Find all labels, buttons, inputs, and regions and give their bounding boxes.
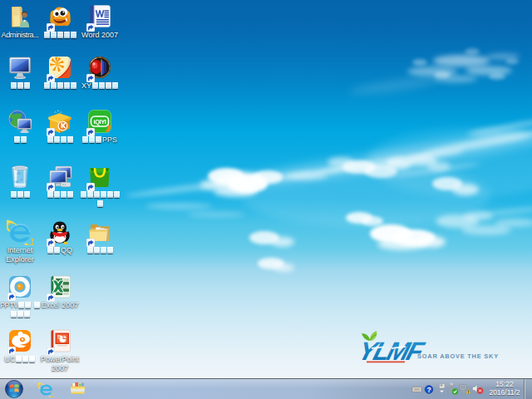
svg-text:?: ?: [426, 386, 431, 394]
svg-text:iQIYI: iQIYI: [93, 118, 106, 126]
svg-text:SOAR ABOVE THE SKY: SOAR ABOVE THE SKY: [417, 352, 499, 360]
